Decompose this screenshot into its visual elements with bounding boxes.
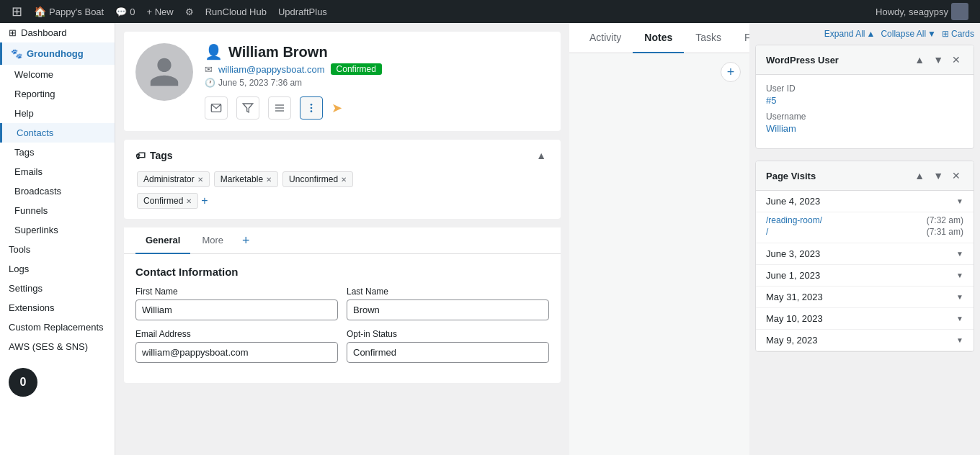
svg-point-7	[311, 110, 313, 112]
email-address-input[interactable]	[135, 342, 338, 363]
notification-circle: 0	[9, 368, 37, 397]
wp-card-down-btn[interactable]: ▼	[930, 53, 946, 67]
admin-bar-right: Howdy, seagypsy	[870, 0, 974, 23]
sidebar-item-broadcasts[interactable]: Broadcasts	[0, 181, 115, 201]
page-visit-item-2[interactable]: June 1, 2023 ▼	[756, 265, 974, 287]
expand-all-btn[interactable]: Expand All ▲	[824, 29, 876, 39]
wp-card-close-btn[interactable]: ✕	[949, 53, 963, 67]
user-id-field: User ID #5	[766, 84, 963, 106]
sidebar-item-dashboard[interactable]: ⊞ Dashboard	[0, 23, 115, 42]
tag-remove-confirmed[interactable]: ✕	[186, 197, 192, 205]
more-action-btn[interactable]	[300, 96, 323, 120]
opt-in-status-group: Opt-in Status	[347, 329, 549, 363]
opt-in-status-input[interactable]	[347, 342, 549, 363]
contact-email[interactable]: william@pappysboat.com	[218, 64, 325, 75]
sidebar-item-extensions[interactable]: Extensions	[0, 298, 115, 317]
contact-name-row: 👤 William Brown	[205, 43, 549, 60]
sidebar-item-tags[interactable]: Tags	[0, 143, 115, 162]
tag-remove-administrator[interactable]: ✕	[197, 176, 203, 184]
activity-tab-activity[interactable]: Activity	[578, 23, 633, 53]
sidebar-item-groundhogg[interactable]: 🐾 Groundhogg	[0, 42, 115, 65]
groundhogg-icon: 🐾	[11, 48, 22, 59]
first-name-label: First Name	[135, 287, 338, 297]
cards-btn[interactable]: ⊞ Cards	[942, 29, 974, 39]
new-label: + New	[146, 6, 173, 17]
sidebar-extensions-label: Extensions	[9, 302, 55, 313]
sidebar-item-funnels[interactable]: Funnels	[0, 201, 115, 220]
wp-user-card-body: User ID #5 Username William	[756, 75, 974, 148]
tag-remove-marketable[interactable]: ✕	[266, 176, 272, 184]
contact-full-name: William Brown	[228, 44, 328, 60]
filter-icon	[242, 102, 254, 114]
sidebar-item-logs[interactable]: Logs	[0, 259, 115, 279]
user-id-value[interactable]: #5	[766, 95, 963, 106]
page-visit-item-5[interactable]: May 9, 2023 ▼	[756, 330, 974, 351]
filter-action-btn[interactable]	[236, 96, 259, 120]
comments-item[interactable]: 💬 0	[110, 0, 141, 23]
cards-label: Cards	[951, 29, 974, 39]
list-action-btn[interactable]	[268, 96, 291, 120]
contact-info: 👤 William Brown ✉ william@pappysboat.com…	[205, 43, 549, 120]
svg-point-6	[311, 107, 313, 109]
activity-tab-files[interactable]: Files	[733, 23, 749, 53]
right-top-controls: Expand All ▲ Collapse All ▼ ⊞ Cards	[749, 23, 980, 39]
tag-label-confirmed: Confirmed	[143, 196, 183, 206]
contact-mid-panel: Activity Notes Tasks Files +	[569, 23, 749, 455]
tag-chip-marketable: Marketable ✕	[214, 171, 278, 187]
collapse-all-btn[interactable]: Collapse All ▼	[881, 29, 936, 39]
pv-card-down-btn[interactable]: ▼	[930, 168, 946, 183]
tab-general[interactable]: General	[135, 227, 190, 254]
collapse-all-label: Collapse All	[881, 29, 926, 39]
page-visit-item-3[interactable]: May 31, 2023 ▼	[756, 287, 974, 308]
add-tag-btn[interactable]: +	[201, 194, 208, 207]
email-action-btn[interactable]	[205, 96, 228, 120]
pv-card-close-btn[interactable]: ✕	[949, 168, 963, 183]
sidebar-settings-label: Settings	[9, 283, 43, 294]
tag-label-unconfirmed: Unconfirmed	[289, 174, 338, 184]
tab-more[interactable]: More	[192, 227, 233, 254]
sidebar-item-reporting[interactable]: Reporting	[0, 84, 115, 104]
page-visit-item-1[interactable]: June 3, 2023 ▼	[756, 243, 974, 265]
sidebar-item-tools[interactable]: Tools	[0, 240, 115, 259]
list-icon	[274, 102, 285, 114]
first-name-input[interactable]	[135, 299, 338, 320]
tag-remove-unconfirmed[interactable]: ✕	[341, 176, 347, 184]
add-note-btn[interactable]: +	[721, 62, 741, 82]
page-visits-body: June 4, 2023 ▼ /reading-room/ (7:32 am) …	[756, 191, 974, 351]
sidebar-item-aws[interactable]: AWS (SES & SNS)	[0, 337, 115, 356]
add-section-btn[interactable]: +	[238, 233, 254, 248]
sidebar-item-help[interactable]: Help	[0, 104, 115, 123]
sidebar-item-welcome[interactable]: Welcome	[0, 65, 115, 84]
wp-card-up-btn[interactable]: ▲	[912, 53, 927, 67]
howdy-item[interactable]: Howdy, seagypsy	[870, 0, 974, 23]
sidebar-item-emails[interactable]: Emails	[0, 162, 115, 181]
username-value[interactable]: William	[766, 123, 963, 134]
wp-logo-item[interactable]: ⊞	[6, 0, 28, 23]
groundhogg-icon-item[interactable]: ⚙	[179, 0, 200, 23]
email-icon: ✉	[205, 64, 213, 75]
new-item[interactable]: + New	[141, 0, 179, 23]
updraft-item[interactable]: UpdraftPlus	[272, 0, 333, 23]
page-visit-item-4[interactable]: May 10, 2023 ▼	[756, 308, 974, 330]
tags-collapse-btn[interactable]: ▲	[533, 148, 549, 163]
pv-url-0[interactable]: /reading-room/	[766, 215, 822, 225]
sidebar-item-settings[interactable]: Settings	[0, 279, 115, 298]
sidebar-item-custom-replacements[interactable]: Custom Replacements	[0, 317, 115, 337]
runcloud-label: RunCloud Hub	[205, 6, 267, 17]
activity-tab-notes[interactable]: Notes	[633, 23, 684, 53]
sidebar-item-contacts[interactable]: Contacts	[0, 123, 115, 143]
wp-user-card-controls: ▲ ▼ ✕	[912, 53, 963, 67]
site-name-item[interactable]: 🏠 Pappy's Boat	[28, 0, 110, 23]
sidebar-broadcasts-label: Broadcasts	[14, 186, 61, 197]
sidebar-custom-replacements-label: Custom Replacements	[9, 322, 104, 333]
activity-tab-tasks[interactable]: Tasks	[684, 23, 733, 53]
pv-chevron-4: ▼	[956, 315, 963, 323]
pv-root-0[interactable]: /	[766, 227, 768, 237]
pv-chevron-5: ▼	[956, 336, 963, 344]
pv-card-up-btn[interactable]: ▲	[912, 168, 927, 183]
content-area: 👤 William Brown ✉ william@pappysboat.com…	[115, 23, 980, 455]
sidebar-item-superlinks[interactable]: Superlinks	[0, 220, 115, 240]
page-visit-item-0[interactable]: June 4, 2023 ▼	[756, 191, 974, 212]
runcloud-item[interactable]: RunCloud Hub	[200, 0, 272, 23]
last-name-input[interactable]	[347, 299, 549, 320]
